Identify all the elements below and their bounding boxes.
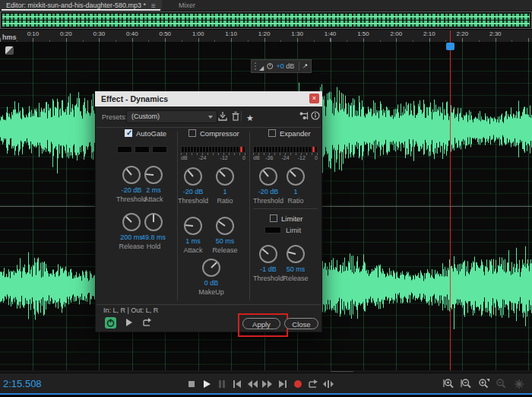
timeline-ruler[interactable]: hms 0:100:200:300:400:501:001:101:201:30… xyxy=(0,29,532,43)
overview-waveform-right xyxy=(2,21,530,27)
dynamics-dialog: Effect - Dynamics Presets: (Custom) xyxy=(95,91,322,332)
limiter-checkbox[interactable] xyxy=(270,214,277,222)
stop-button[interactable] xyxy=(185,378,198,390)
knob-value: 1 xyxy=(223,188,226,195)
record-button[interactable] xyxy=(291,378,305,390)
release-knob[interactable] xyxy=(216,217,234,235)
compressor-level-meter xyxy=(181,146,245,153)
playhead-handle[interactable] xyxy=(446,43,454,50)
compressor-checkbox[interactable] xyxy=(188,129,196,137)
zoom-reset-button[interactable] xyxy=(512,378,526,390)
zoom-in-selection-button[interactable] xyxy=(477,378,491,390)
hold-knob-group: 49.8 msHold xyxy=(136,213,171,250)
knob-value: 50 ms xyxy=(287,265,306,273)
tab-editor[interactable]: Editor: mixkit-sun-and-his-daughter-580.… xyxy=(0,0,162,11)
dialog-title-bar[interactable]: Effect - Dynamics xyxy=(95,91,322,107)
divider xyxy=(97,127,321,128)
tab-mixer[interactable]: Mixer xyxy=(173,0,201,11)
ruler-tick-label: 2:20 xyxy=(457,30,469,37)
fast-forward-button[interactable] xyxy=(261,378,274,390)
knob-pointer xyxy=(262,249,269,255)
divider xyxy=(97,304,321,305)
attack-knob[interactable] xyxy=(144,166,163,184)
loop-preview-icon[interactable] xyxy=(141,317,152,331)
gain-knob-icon[interactable] xyxy=(267,62,273,71)
zoom-out-button[interactable] xyxy=(460,378,473,390)
column-divider xyxy=(177,132,178,300)
ruler-tick-label: 0:50 xyxy=(159,30,171,37)
info-icon[interactable] xyxy=(311,111,320,120)
play-button[interactable] xyxy=(200,378,214,390)
move-playhead-button[interactable] xyxy=(321,378,335,390)
apply-button[interactable]: Apply xyxy=(242,318,280,329)
makeup-knob[interactable] xyxy=(202,259,220,277)
meter-scale-label: -24 xyxy=(198,155,206,160)
knob-label: Hold xyxy=(147,243,161,250)
knob-label: MakeUp xyxy=(198,288,224,296)
ratio-knob[interactable] xyxy=(216,167,234,186)
expander-checkbox[interactable] xyxy=(268,129,276,137)
panel-tab-bar: Editor: mixkit-sun-and-his-daughter-580.… xyxy=(0,0,532,11)
preset-value: (Custom) xyxy=(131,111,160,122)
knob-pointer xyxy=(219,170,225,176)
ratio-knob[interactable] xyxy=(287,167,305,186)
skip-to-end-button[interactable] xyxy=(276,378,290,390)
overview-waveform-left xyxy=(2,14,530,20)
editor-tab-label: Editor: mixkit-sun-and-his-daughter-580.… xyxy=(6,2,146,9)
knob-pointer xyxy=(288,251,296,255)
gate-led-open xyxy=(117,146,132,153)
save-preset-icon[interactable] xyxy=(217,111,228,121)
pause-button[interactable] xyxy=(215,378,229,390)
compressor-label: Compressor xyxy=(200,129,239,138)
limit-led-label: Limit xyxy=(286,226,301,234)
autogate-checkbox[interactable] xyxy=(125,129,132,137)
release-knob[interactable] xyxy=(287,245,305,263)
threshold-knob[interactable] xyxy=(184,167,202,186)
file-overview-strip[interactable] xyxy=(0,11,532,29)
gain-value[interactable]: +0 dB xyxy=(277,62,295,70)
close-icon[interactable] xyxy=(309,94,319,103)
chevron-down-icon xyxy=(208,116,213,119)
zoom-in-button[interactable] xyxy=(442,378,456,390)
ruler-tick-label: 2:00 xyxy=(391,30,403,37)
gate-led-attack xyxy=(135,146,150,153)
knob-pointer xyxy=(125,216,131,222)
knob-value: 49.8 ms xyxy=(141,233,166,241)
playhead-line xyxy=(450,30,451,370)
knob-label: Release xyxy=(283,275,308,282)
ruler-tick-label: 0:40 xyxy=(126,30,138,37)
effect-power-toggle[interactable] xyxy=(105,317,116,329)
knob-label: Attack xyxy=(183,246,202,254)
preview-play-button[interactable] xyxy=(126,319,132,326)
zoom-out-full-button[interactable] xyxy=(495,378,508,390)
compressor-meter-scale: dB-24-120 xyxy=(181,155,245,161)
threshold-knob[interactable] xyxy=(259,245,277,263)
loop-playback-button[interactable] xyxy=(306,378,320,390)
presets-select[interactable]: (Custom) xyxy=(126,110,217,123)
hud-grip-icon[interactable] xyxy=(255,62,256,70)
knob-value: 1 xyxy=(293,188,297,195)
dialog-body: Presets: (Custom) xyxy=(95,106,322,332)
knob-pointer xyxy=(218,221,225,226)
knob-pointer xyxy=(185,224,193,227)
attack-knob[interactable] xyxy=(184,217,202,235)
zoom-tools xyxy=(442,373,526,394)
time-display[interactable]: 2:15.508 xyxy=(3,378,42,389)
panel-menu-icon[interactable] xyxy=(146,2,156,10)
delete-preset-icon[interactable] xyxy=(231,111,240,121)
threshold-knob[interactable] xyxy=(259,167,277,186)
rewind-button[interactable] xyxy=(245,378,259,390)
meter-scale-label: -36 xyxy=(265,155,273,160)
meter-scale-label: 0 xyxy=(315,155,318,160)
knob-pointer xyxy=(153,214,154,222)
ratio-knob-group: 1Ratio xyxy=(278,167,313,205)
close-button[interactable]: Close xyxy=(284,318,318,329)
favorite-star-icon[interactable] xyxy=(246,110,254,124)
hold-knob[interactable] xyxy=(144,213,163,231)
pin-icon[interactable] xyxy=(302,62,308,70)
release-knob-group: 50 msRelease xyxy=(207,217,242,254)
skip-to-start-button[interactable] xyxy=(230,378,244,390)
gain-hud[interactable]: +0 dB xyxy=(251,59,312,73)
release-knob-group: 50 msRelease xyxy=(278,245,313,282)
sidechain-icon[interactable] xyxy=(299,111,309,121)
